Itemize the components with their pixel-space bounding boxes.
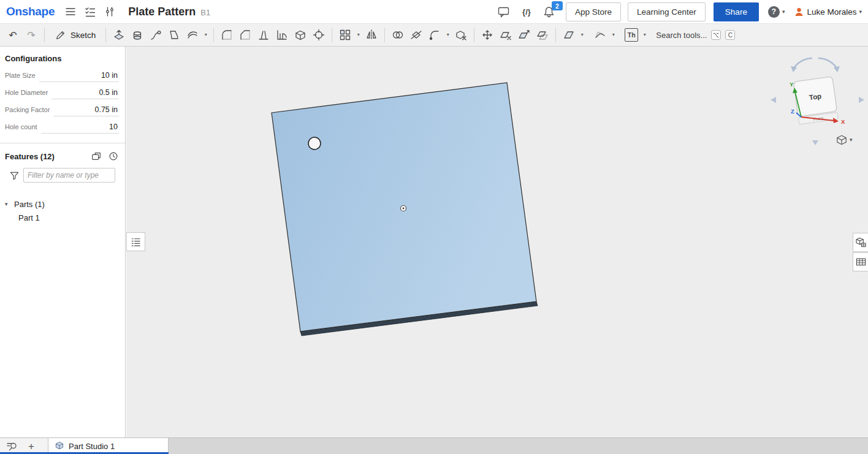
modify-fillet-icon (428, 28, 441, 42)
boolean-button[interactable] (389, 26, 407, 44)
delete-face-button[interactable] (497, 26, 515, 44)
insert-elements-button[interactable] (101, 3, 118, 20)
shell-button[interactable] (291, 26, 310, 44)
delete-part-icon (454, 28, 468, 42)
redo-button[interactable]: ↷ (22, 26, 40, 44)
pan-right-arrow (859, 97, 864, 103)
chamfer-button[interactable] (236, 26, 254, 44)
part-item-label: Part 1 (18, 213, 40, 222)
learning-center-button[interactable]: Learning Center (628, 2, 706, 21)
split-button[interactable] (407, 26, 425, 44)
main-menu-button[interactable] (62, 3, 79, 20)
comments-button[interactable] (495, 3, 512, 20)
origin-marker[interactable] (401, 206, 406, 211)
notification-badge: 2 (552, 1, 563, 10)
header-right: {/} 2 App Store Learning Center Share ? … (494, 2, 862, 21)
config-value-input[interactable]: 0.5 in (51, 86, 119, 99)
toolbar-separator (474, 28, 474, 42)
config-label: Plate Size (5, 72, 36, 79)
part-studio-icon (55, 441, 64, 451)
search-tools-button[interactable]: Search tools... C (656, 30, 735, 40)
transform-icon (481, 28, 494, 42)
draft-icon (257, 28, 270, 42)
tab-manager-button[interactable] (4, 439, 20, 453)
undo-button[interactable]: ↶ (4, 26, 22, 44)
extrude-button[interactable] (110, 26, 128, 44)
config-label: Hole Diameter (5, 89, 48, 96)
sweep-icon (149, 28, 162, 42)
display-panel-button[interactable] (853, 233, 868, 252)
rib-button[interactable] (273, 26, 291, 44)
modify-tools-dropdown[interactable]: ▾ (444, 26, 452, 44)
bom-table-button[interactable] (853, 252, 868, 271)
featurescript-button[interactable]: {/} (518, 3, 535, 20)
config-value-input[interactable]: 0.75 in (53, 104, 119, 116)
construction-geometry-dropdown[interactable]: ▾ (578, 26, 586, 44)
user-menu-button[interactable]: Luke Morales ▾ (794, 7, 862, 17)
move-face-button[interactable] (515, 26, 533, 44)
config-label: Hole count (5, 123, 37, 131)
hole-button[interactable] (310, 26, 328, 44)
chamfer-icon (238, 28, 252, 42)
view-options-button[interactable]: ▾ (834, 134, 855, 146)
config-value-input[interactable]: 10 (41, 121, 119, 134)
parts-group-row[interactable]: ▾ Parts (1) (0, 197, 125, 211)
fillet-icon (220, 28, 234, 42)
sweep-button[interactable] (147, 26, 165, 44)
pattern-tools-dropdown[interactable]: ▾ (354, 26, 362, 44)
config-value-input[interactable]: 10 in (39, 69, 119, 82)
notifications-button[interactable]: 2 (541, 3, 558, 20)
custom-feature-th-button[interactable]: Th (622, 26, 641, 44)
transform-button[interactable] (478, 26, 497, 44)
loft-button[interactable] (165, 26, 183, 44)
version-label[interactable]: B1 (200, 8, 210, 17)
checklist-icon (84, 6, 96, 18)
config-row-hole-count: Hole count 10 (0, 118, 125, 135)
add-tab-button[interactable]: + (23, 439, 39, 453)
revolve-button[interactable] (128, 26, 147, 44)
offset-surface-icon (536, 28, 549, 42)
onshape-logo[interactable]: Onshape (6, 5, 55, 18)
help-menu-button[interactable]: ? ▾ (768, 6, 785, 18)
share-button[interactable]: Share (714, 2, 759, 21)
document-tasks-button[interactable] (82, 3, 99, 20)
plate-hole[interactable] (308, 137, 321, 149)
config-row-packing-factor: Packing Factor 0.75 in (0, 101, 125, 118)
insert-folder-icon (91, 151, 102, 162)
rotate-left-arrow (791, 66, 797, 72)
plane-button[interactable] (560, 26, 578, 44)
linear-pattern-button[interactable] (336, 26, 354, 44)
hole-icon (312, 28, 326, 42)
sketch-label: Sketch (70, 31, 96, 40)
history-button[interactable] (108, 151, 119, 162)
table-icon (856, 257, 866, 267)
graphics-area[interactable]: Top Front Y X Z (126, 47, 868, 437)
app-store-button[interactable]: App Store (566, 2, 621, 21)
modify-fillet-button[interactable] (425, 26, 444, 44)
insert-folder-button[interactable] (91, 151, 102, 162)
filter-icon[interactable] (9, 170, 20, 181)
toolbar-separator (555, 28, 556, 42)
parts-group-label: Parts (1) (14, 200, 45, 209)
thicken-button[interactable] (183, 26, 202, 44)
feature-list-toggle-button[interactable] (126, 232, 145, 251)
part-list-item[interactable]: Part 1 (0, 211, 125, 224)
delete-part-button[interactable] (452, 26, 470, 44)
custom-feature-dropdown[interactable]: ▾ (641, 26, 649, 44)
feature-filter-input[interactable] (23, 168, 115, 183)
chevron-down-icon: ▾ (447, 32, 449, 37)
chevron-down-icon[interactable]: ▾ (5, 201, 14, 207)
mirror-button[interactable] (362, 26, 381, 44)
fillet-button[interactable] (218, 26, 236, 44)
draft-button[interactable] (254, 26, 273, 44)
surface-tools-dropdown[interactable]: ▾ (609, 26, 617, 44)
caret-down-icon: ▾ (850, 137, 853, 143)
move-face-icon (517, 28, 531, 42)
sketch-button[interactable]: Sketch (48, 26, 102, 44)
surface-button[interactable] (591, 26, 609, 44)
th-icon: Th (625, 28, 638, 42)
split-icon (409, 28, 423, 42)
solid-tools-dropdown[interactable]: ▾ (202, 26, 210, 44)
c-key-badge: C (725, 30, 735, 40)
offset-surface-button[interactable] (533, 26, 552, 44)
